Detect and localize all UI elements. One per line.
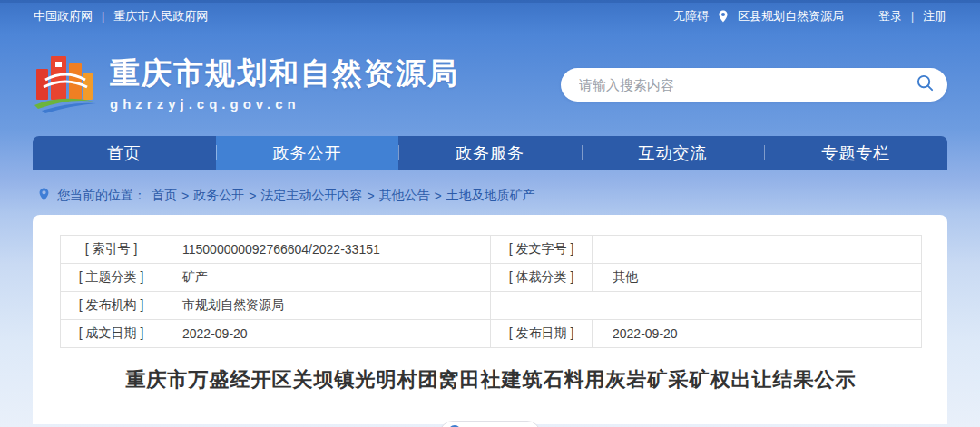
breadcrumb-home[interactable]: 首页 [152,188,177,204]
bureau-logo-icon [33,49,98,120]
meta-value-genre-category: 其他 [593,264,922,292]
table-row: [ 成文日期 ] 2022-09-20 [ 发布日期 ] 2022-09-20 [61,320,922,348]
meta-label-subject-category: [ 主题分类 ] [61,264,162,292]
location-pin-icon [718,10,729,23]
table-row: [ 主题分类 ] 矿产 [ 体裁分类 ] 其他 [61,264,922,292]
breadcrumb-statutory-disclosure[interactable]: 法定主动公开内容 [260,188,362,204]
table-row: [ 索引号 ] 115000000092766604/2022-33151 [ … [61,236,922,264]
site-title: 重庆市规划和自然资源局 [110,57,459,90]
action-pill-button[interactable] [439,421,541,427]
topbar: 中国政府网 | 重庆市人民政府网 无障碍 区县规划自然资源局 登录 | 注册 [0,0,980,33]
accessibility-link[interactable]: 无障碍 [673,8,709,24]
breadcrumb-prefix: 您当前的位置： [57,188,146,204]
breadcrumb: 您当前的位置： 首页 > 政务公开 > 法定主动公开内容 > 其他公告 > 土地… [33,183,947,209]
breadcrumb-separator: > [435,189,442,203]
login-link[interactable]: 登录 [878,8,902,24]
link-china-gov[interactable]: 中国政府网 [34,8,93,24]
meta-value-written-date: 2022-09-20 [162,320,491,348]
meta-value-index-number: 115000000092766604/2022-33151 [162,236,491,264]
search-box [561,68,947,102]
meta-value-issuing-agency: 市规划自然资源局 [162,292,491,320]
meta-empty-cell [491,292,922,320]
breadcrumb-gov-disclosure[interactable]: 政务公开 [193,188,244,204]
table-row: [ 发布机构 ] 市规划自然资源局 [61,292,922,320]
top-edge-strip [0,0,980,3]
breadcrumb-land-minerals[interactable]: 土地及地质矿产 [446,188,535,204]
login-register-separator: | [911,10,914,23]
main-nav: 首页 政务公开 政务服务 互动交流 专题专栏 [33,136,947,170]
topbar-right: 无障碍 区县规划自然资源局 登录 | 注册 [673,8,946,24]
header: 重庆市规划和自然资源局 ghzrzyj.cq.gov.cn [0,33,980,136]
meta-label-issuing-agency: [ 发布机构 ] [61,292,162,320]
breadcrumb-other-notices[interactable]: 其他公告 [379,188,430,204]
search-input[interactable] [579,77,916,92]
site-url: ghzrzyj.cq.gov.cn [110,96,459,112]
nav-item-special-columns[interactable]: 专题专栏 [764,136,947,170]
search-icon [916,73,935,95]
breadcrumb-pin-icon [38,188,50,204]
meta-value-subject-category: 矿产 [162,264,491,292]
nav-item-interaction[interactable]: 互动交流 [582,136,765,170]
meta-label-index-number: [ 索引号 ] [61,236,162,264]
meta-value-document-number [593,236,922,264]
article-title: 重庆市万盛经开区关坝镇光明村团窝田社建筑石料用灰岩矿采矿权出让结果公示 [60,367,922,393]
meta-label-publish-date: [ 发布日期 ] [491,320,593,348]
topbar-separator: | [102,10,104,23]
meta-label-document-number: [ 发文字号 ] [491,236,593,264]
meta-label-written-date: [ 成文日期 ] [61,320,162,348]
topbar-left: 中国政府网 | 重庆市人民政府网 [34,8,208,24]
meta-label-genre-category: [ 体裁分类 ] [491,264,593,292]
breadcrumb-separator: > [181,189,189,203]
nav-item-gov-disclosure[interactable]: 政务公开 [216,136,399,170]
district-bureau-link[interactable]: 区县规划自然资源局 [738,8,844,24]
breadcrumb-separator: > [367,189,374,203]
brand-text: 重庆市规划和自然资源局 ghzrzyj.cq.gov.cn [110,57,459,112]
register-link[interactable]: 注册 [923,8,946,24]
link-chongqing-gov[interactable]: 重庆市人民政府网 [113,8,208,24]
nav-item-gov-services[interactable]: 政务服务 [398,136,582,170]
document-meta-table: [ 索引号 ] 115000000092766604/2022-33151 [ … [60,235,922,348]
search-button[interactable] [916,73,935,95]
page: 中国政府网 | 重庆市人民政府网 无障碍 区县规划自然资源局 登录 | 注册 [0,0,980,427]
meta-value-publish-date: 2022-09-20 [593,320,922,348]
content-card: [ 索引号 ] 115000000092766604/2022-33151 [ … [33,215,947,424]
breadcrumb-separator: > [249,189,256,203]
brand: 重庆市规划和自然资源局 ghzrzyj.cq.gov.cn [33,49,459,120]
nav-item-home[interactable]: 首页 [33,136,216,170]
